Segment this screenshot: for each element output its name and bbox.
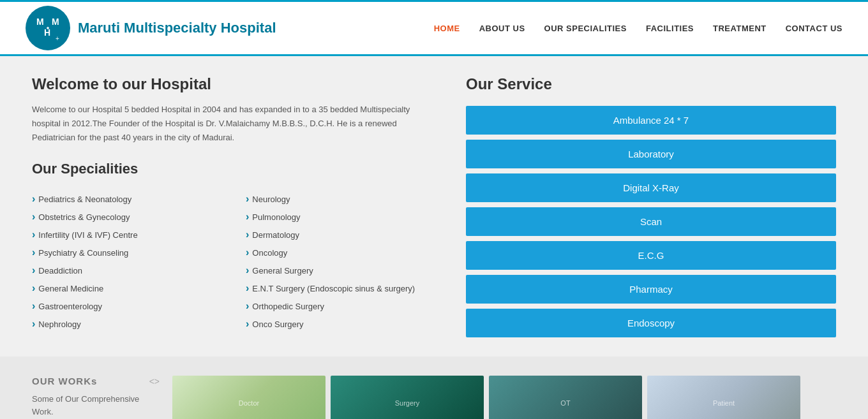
service-title: Our Service <box>466 75 836 93</box>
list-item: Gastroenterology <box>32 297 227 315</box>
service-buttons: Ambulance 24 * 7 Laboratory Digital X-Ra… <box>466 106 836 337</box>
list-item: Pulmonology <box>246 208 440 226</box>
service-pharmacy[interactable]: Pharmacy <box>466 275 836 304</box>
list-item: Psychiatry & Counseling <box>32 244 227 261</box>
header: M M H + Maruti Multispecialty Hospital H… <box>0 2 868 56</box>
service-endoscopy[interactable]: Endoscopy <box>466 309 836 337</box>
nav-specialities[interactable]: OUR SPECIALITIES <box>544 24 627 33</box>
main-content: Welcome to our Hospital Welcome to our H… <box>0 56 868 357</box>
works-images: Doctor Surgery OT Patient <box>172 376 836 419</box>
hospital-name: Maruti Multispecialty Hospital <box>78 20 276 36</box>
svg-text:+: + <box>56 35 59 42</box>
nav-facilities[interactable]: FACILITIES <box>646 24 694 33</box>
work-image-doctor: Doctor <box>172 376 326 419</box>
service-ecg[interactable]: E.C.G <box>466 241 836 270</box>
list-item: General Medicine <box>32 279 227 297</box>
list-item: Orthopedic Surgery <box>246 297 440 315</box>
service-scan[interactable]: Scan <box>466 207 836 236</box>
list-item: Neurology <box>246 190 440 208</box>
service-xray[interactable]: Digital X-Ray <box>466 173 836 202</box>
nav-contact[interactable]: CONTACT US <box>786 24 842 33</box>
svg-text:M: M <box>52 17 59 27</box>
works-arrows-control[interactable]: <> <box>149 376 160 386</box>
list-item: Infertility (IVI & IVF) Centre <box>32 226 227 244</box>
list-item: Deaddiction <box>32 261 227 279</box>
service-ambulance[interactable]: Ambulance 24 * 7 <box>466 106 836 135</box>
welcome-title: Welcome to our Hospital <box>32 75 440 93</box>
work-image-surgery: Surgery <box>331 376 484 419</box>
list-item: Pediatrics & Neonatology <box>32 190 227 208</box>
logo-area: M M H + Maruti Multispecialty Hospital <box>26 6 434 50</box>
service-laboratory[interactable]: Laboratory <box>466 140 836 168</box>
main-nav: HOME ABOUT US OUR SPECIALITIES FACILITIE… <box>434 24 842 33</box>
svg-text:H: H <box>44 27 50 38</box>
works-info: OUR WORKs <> Some of Our Comprehensive W… <box>32 376 160 418</box>
specialities-col2: Neurology Pulmonology Dermatology Oncolo… <box>246 190 440 333</box>
specialities-col1: Pediatrics & Neonatology Obstetrics & Gy… <box>32 190 227 333</box>
works-header: OUR WORKs <> <box>32 376 160 386</box>
works-title: OUR WORKs <box>32 376 97 386</box>
left-section: Welcome to our Hospital Welcome to our H… <box>32 75 440 337</box>
work-image-ot: OT <box>489 376 642 419</box>
list-item: General Surgery <box>246 261 440 279</box>
hospital-logo: M M H + <box>26 6 70 50</box>
right-section: Our Service Ambulance 24 * 7 Laboratory … <box>466 75 836 337</box>
specialities-columns: Pediatrics & Neonatology Obstetrics & Gy… <box>32 190 440 333</box>
nav-treatment[interactable]: TREATMENT <box>713 24 767 33</box>
list-item: Obstetrics & Gynecology <box>32 208 227 226</box>
nav-home[interactable]: HOME <box>434 24 460 33</box>
work-image-patient: Patient <box>647 376 800 419</box>
svg-text:M: M <box>36 17 44 27</box>
list-item: Onco Surgery <box>246 315 440 333</box>
list-item: Oncology <box>246 244 440 261</box>
list-item: E.N.T Surgery (Endoscopic sinus & surger… <box>246 279 440 297</box>
nav-about[interactable]: ABOUT US <box>479 24 525 33</box>
list-item: Dermatology <box>246 226 440 244</box>
specialities-title: Our Specialities <box>32 161 440 177</box>
list-item: Nephrology <box>32 315 227 333</box>
works-description: Some of Our Comprehensive Work. <box>32 393 160 418</box>
welcome-text: Welcome to our Hospital 5 bedded Hospita… <box>32 103 440 145</box>
bottom-section: OUR WORKs <> Some of Our Comprehensive W… <box>0 357 868 419</box>
